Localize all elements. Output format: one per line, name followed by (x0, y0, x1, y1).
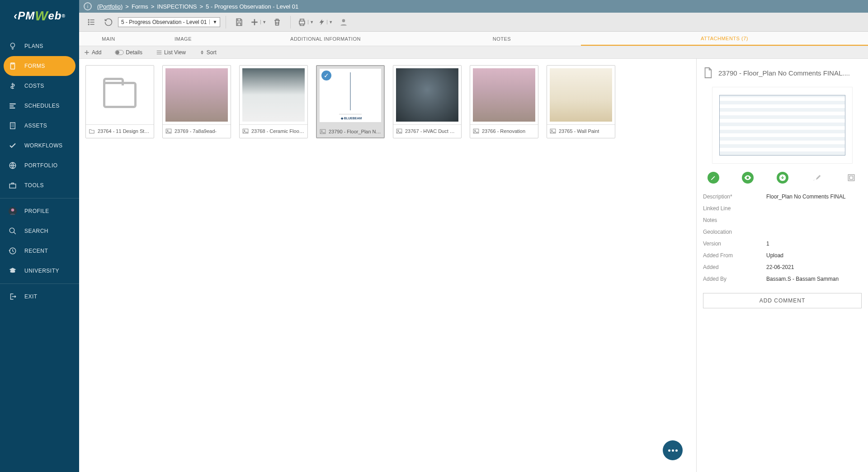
print-button[interactable]: ▼ (296, 14, 315, 30)
svg-point-35 (552, 130, 552, 131)
attachments-gallery: 23764 - 11 Design Stage23769 - 7a8a9ead-… (79, 59, 696, 472)
attachment-thumbnail (165, 68, 228, 122)
history-button[interactable] (101, 14, 116, 30)
attachment-thumbnail (473, 68, 535, 122)
image-icon (165, 128, 172, 134)
field-value[interactable]: Floor_Plan No Comments FINAL (766, 194, 862, 200)
tab-notes[interactable]: NOTES (423, 32, 581, 46)
attachment-thumbnail (550, 68, 612, 122)
attachment-card[interactable]: 23769 - 7a8a9ead- (162, 65, 231, 138)
nav-recent[interactable]: RECENT (0, 241, 79, 261)
attachment-label: 23766 - Renovation (470, 124, 538, 137)
field-label: Added By (703, 276, 766, 282)
bolt-button[interactable]: ▼ (317, 14, 334, 30)
nav-portfolio[interactable]: PORTFOLIO (0, 156, 79, 175)
nav-search[interactable]: SEARCH (0, 221, 79, 241)
tab-additional-information[interactable]: ADDITIONAL INFORMATION (228, 32, 423, 46)
field-label: Notes (703, 217, 766, 223)
save-button[interactable] (231, 14, 247, 30)
list-toggle-button[interactable] (84, 14, 99, 30)
nav-tools[interactable]: TOOLS (0, 175, 79, 195)
folder-icon (89, 128, 95, 134)
detail-actions (703, 172, 862, 191)
attachment-card[interactable]: ◆ BLUEBEAM✓23790 - Floor_Plan No Com... (316, 65, 385, 138)
record-selector[interactable]: 5 - Progress Observation - Level 01 ▼ (118, 17, 220, 27)
breadcrumb-part[interactable]: Forms (132, 3, 148, 10)
download-action[interactable] (777, 172, 788, 184)
sort-button[interactable]: Sort (199, 49, 217, 56)
info-icon[interactable]: i (84, 2, 92, 10)
field-value: Upload (766, 252, 862, 259)
tabs: MAIN IMAGE ADDITIONAL INFORMATION NOTES … (79, 32, 868, 46)
nav-profile[interactable]: PROFILE (0, 201, 79, 221)
tab-attachments[interactable]: ATTACHMENTS (7) (581, 32, 868, 46)
view-action[interactable] (742, 172, 754, 184)
svg-point-11 (88, 19, 90, 20)
nav-forms[interactable]: FORMS (4, 56, 75, 76)
frame-action[interactable] (845, 172, 857, 184)
fab-more-button[interactable] (663, 440, 683, 460)
nav-label: SEARCH (24, 228, 48, 234)
nav-university[interactable]: UNIVERSITY (0, 261, 79, 281)
image-icon (396, 128, 402, 134)
attachment-card[interactable]: 23768 - Ceramic Floor Tiling (239, 65, 308, 138)
add-attachment-button[interactable]: Add (84, 49, 101, 56)
attachment-card[interactable]: 23767 - HVAC Duct Work (393, 65, 462, 138)
add-button[interactable]: ▼ (249, 14, 268, 30)
details-toggle[interactable]: Details (115, 49, 142, 56)
nav-plans[interactable]: PLANS (0, 36, 79, 56)
svg-rect-38 (849, 176, 853, 179)
nav-label: WORKFLOWS (24, 142, 63, 149)
field-label: Added (703, 264, 766, 270)
attachment-label: 23790 - Floor_Plan No Com... (317, 125, 384, 137)
building-icon (8, 121, 17, 130)
avatar-icon (8, 207, 17, 216)
breadcrumb-part[interactable]: INSPECTIONS (157, 3, 197, 10)
graduation-icon (8, 266, 17, 275)
globe-icon (8, 161, 17, 170)
nav-label: COSTS (24, 83, 44, 89)
nav-schedules[interactable]: SCHEDULES (0, 96, 79, 116)
detail-preview[interactable] (712, 87, 853, 164)
tab-image[interactable]: IMAGE (138, 32, 228, 46)
nav-label: SCHEDULES (24, 103, 60, 109)
breadcrumb-part: 5 - Progress Observation - Level 01 (206, 3, 298, 10)
field-value: 1 (766, 241, 862, 247)
nav-separator (0, 283, 79, 284)
svg-point-33 (475, 130, 476, 131)
tab-main[interactable]: MAIN (79, 32, 138, 46)
attachment-thumbnail (396, 68, 458, 122)
briefcase-icon (8, 181, 17, 190)
user-button[interactable] (336, 14, 351, 30)
listview-button[interactable]: List View (156, 49, 186, 56)
image-icon (242, 128, 249, 134)
edit-action[interactable] (708, 172, 719, 184)
delete-button[interactable] (269, 14, 285, 30)
attachment-label: 23767 - HVAC Duct Work (393, 124, 461, 137)
add-comment-button[interactable]: ADD COMMENT (703, 293, 862, 308)
attachment-card[interactable]: 23765 - Wall Paint (547, 65, 615, 138)
field-value[interactable] (766, 205, 862, 212)
field-label: Added From (703, 252, 766, 259)
field-value[interactable] (766, 217, 862, 223)
nav-exit[interactable]: EXIT (0, 287, 79, 307)
nav-costs[interactable]: COSTS (0, 76, 79, 96)
brush-action[interactable] (811, 172, 823, 184)
breadcrumb-root[interactable]: (Portfolio) (97, 3, 123, 10)
attachment-card[interactable]: 23766 - Renovation (470, 65, 538, 138)
chevron-down-icon: ▼ (209, 19, 217, 24)
detail-title: 23790 - Floor_Plan No Comments FINAL.... (703, 67, 862, 79)
lightbulb-icon (8, 42, 17, 51)
svg-rect-16 (90, 24, 94, 25)
attachment-thumbnail (89, 68, 151, 122)
svg-rect-21 (157, 50, 162, 51)
pdf-icon (703, 67, 713, 79)
field-value[interactable] (766, 229, 862, 235)
subtoolbar: Add Details List View Sort (79, 46, 868, 59)
nav-workflows[interactable]: WORKFLOWS (0, 136, 79, 156)
nav-assets[interactable]: ASSETS (0, 116, 79, 136)
attachment-card[interactable]: 23764 - 11 Design Stage (85, 65, 154, 138)
toolbar: 5 - Progress Observation - Level 01 ▼ ▼ … (79, 13, 868, 32)
nav-label: UNIVERSITY (24, 268, 59, 274)
svg-rect-17 (300, 21, 305, 24)
